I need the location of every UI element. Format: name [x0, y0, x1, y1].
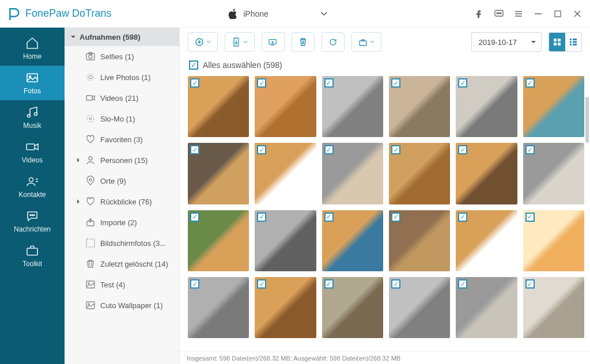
- category-row[interactable]: Bildschirmfotos (3...: [65, 233, 179, 253]
- photo-thumbnail[interactable]: ✓: [523, 76, 584, 137]
- category-label: Rückblicke (76): [100, 198, 152, 206]
- sidebar-item-nachrichten[interactable]: Nachrichten: [0, 204, 65, 238]
- photo-thumbnail[interactable]: ✓: [389, 76, 450, 137]
- delete-button[interactable]: [292, 32, 315, 52]
- photo-thumbnail[interactable]: ✓: [188, 143, 249, 204]
- thumbnail-checkbox[interactable]: ✓: [324, 145, 334, 154]
- sidebar-item-home[interactable]: Home: [0, 31, 65, 66]
- photo-thumbnail[interactable]: ✓: [255, 76, 316, 137]
- thumbnail-checkbox[interactable]: ✓: [324, 78, 334, 88]
- category-header[interactable]: Aufnahmen (598): [65, 28, 179, 46]
- device-name: iPhone: [243, 9, 268, 18]
- export-pc-button[interactable]: [262, 32, 285, 52]
- thumbnail-checkbox[interactable]: ✓: [458, 145, 467, 154]
- photo-thumbnail[interactable]: ✓: [523, 143, 584, 204]
- category-row[interactable]: Importe (2): [65, 212, 179, 233]
- date-filter[interactable]: 2019-10-17: [471, 32, 542, 52]
- sidebar-item-toolkit[interactable]: Toolkit: [0, 238, 65, 273]
- category-row[interactable]: Orte (9): [65, 170, 179, 191]
- category-row[interactable]: Selfies (1): [65, 46, 179, 67]
- thumbnail-checkbox[interactable]: ✓: [525, 78, 535, 88]
- facebook-icon[interactable]: [475, 9, 484, 18]
- category-row[interactable]: Test (4): [65, 274, 179, 295]
- thumbnail-checkbox[interactable]: ✓: [391, 78, 400, 88]
- grid-view-button[interactable]: [549, 33, 565, 51]
- thumbnail-checkbox[interactable]: ✓: [458, 213, 467, 222]
- photo-thumbnail[interactable]: ✓: [456, 210, 517, 271]
- thumbnail-checkbox[interactable]: ✓: [257, 279, 266, 289]
- thumbnail-checkbox[interactable]: ✓: [391, 213, 400, 222]
- category-row[interactable]: Personen (15): [65, 150, 179, 170]
- thumbnail-checkbox[interactable]: ✓: [525, 213, 535, 222]
- maximize-icon[interactable]: [553, 9, 562, 18]
- select-all-row[interactable]: ✓ Alles auswählen (598): [180, 56, 590, 74]
- scrollbar-thumb[interactable]: [585, 97, 589, 143]
- thumbnail-checkbox[interactable]: ✓: [190, 279, 199, 289]
- thumbnail-checkbox[interactable]: ✓: [257, 78, 266, 88]
- thumbnail-checkbox[interactable]: ✓: [525, 145, 535, 154]
- photo-thumbnail[interactable]: ✓: [322, 143, 383, 204]
- thumbnail-checkbox[interactable]: ✓: [257, 145, 266, 154]
- photo-thumbnail[interactable]: ✓: [389, 277, 450, 338]
- list-view-button[interactable]: [565, 33, 581, 51]
- photo-thumbnail[interactable]: ✓: [322, 277, 383, 338]
- sidebar-item-kontakte[interactable]: Kontakte: [0, 169, 65, 204]
- caret-down-icon: [531, 39, 536, 45]
- category-row[interactable]: Live Photos (1): [65, 67, 179, 88]
- svg-rect-53: [570, 44, 572, 46]
- close-icon[interactable]: [573, 9, 582, 18]
- thumbnail-checkbox[interactable]: ✓: [525, 279, 535, 289]
- photo-thumbnail[interactable]: ✓: [322, 76, 383, 137]
- photo-thumbnail[interactable]: ✓: [188, 277, 249, 338]
- thumbnail-checkbox[interactable]: ✓: [257, 213, 266, 222]
- feedback-icon[interactable]: [494, 9, 504, 18]
- add-button[interactable]: [188, 32, 218, 52]
- thumbnail-checkbox[interactable]: ✓: [391, 279, 400, 289]
- sidebar-item-fotos[interactable]: Fotos: [0, 66, 65, 100]
- thumbnail-checkbox[interactable]: ✓: [324, 213, 334, 222]
- category-row[interactable]: Zuletzt gelöscht (14): [65, 253, 179, 274]
- photo-thumbnail[interactable]: ✓: [255, 277, 316, 338]
- thumbnail-checkbox[interactable]: ✓: [458, 78, 467, 88]
- sidebar-item-videos[interactable]: Videos: [0, 135, 65, 169]
- photo-thumbnail[interactable]: ✓: [456, 143, 517, 204]
- svg-rect-16: [27, 144, 35, 150]
- photo-thumbnail[interactable]: ✓: [188, 210, 249, 271]
- sidebar-item-musik[interactable]: Musik: [0, 100, 65, 135]
- photo-thumbnail[interactable]: ✓: [188, 76, 249, 137]
- photo-thumbnail[interactable]: ✓: [255, 210, 316, 271]
- svg-rect-55: [573, 41, 577, 43]
- photo-thumbnail[interactable]: ✓: [456, 76, 517, 137]
- photo-thumbnail[interactable]: ✓: [255, 143, 316, 204]
- category-row[interactable]: Favoriten (3): [65, 129, 179, 150]
- thumbnail-checkbox[interactable]: ✓: [190, 145, 199, 154]
- category-row[interactable]: Slo-Mo (1): [65, 108, 179, 129]
- category-row[interactable]: Videos (21): [65, 88, 179, 108]
- device-selector[interactable]: iPhone: [228, 9, 362, 19]
- photo-thumbnail[interactable]: ✓: [523, 210, 584, 271]
- thumbnail-checkbox[interactable]: ✓: [190, 213, 199, 222]
- category-row[interactable]: Cuto Wallpaper (1): [65, 295, 179, 316]
- category-row[interactable]: Rückblicke (76): [65, 191, 179, 212]
- export-device-button[interactable]: [225, 32, 255, 52]
- thumbnail-checkbox[interactable]: ✓: [190, 78, 199, 88]
- toolbox-button[interactable]: [351, 32, 381, 52]
- photo-thumbnail[interactable]: ✓: [523, 277, 584, 338]
- refresh-button[interactable]: [322, 32, 345, 52]
- photo-thumbnail[interactable]: ✓: [389, 210, 450, 271]
- select-all-checkbox[interactable]: ✓: [189, 60, 198, 70]
- photo-thumbnail[interactable]: ✓: [456, 277, 517, 338]
- thumbnail-checkbox[interactable]: ✓: [458, 279, 467, 289]
- thumbnail-checkbox[interactable]: ✓: [324, 279, 334, 289]
- minimize-icon[interactable]: [534, 9, 543, 18]
- photo-thumbnail[interactable]: ✓: [322, 210, 383, 271]
- svg-point-14: [28, 115, 31, 117]
- photo-thumbnail[interactable]: ✓: [389, 143, 450, 204]
- svg-rect-51: [570, 39, 572, 40]
- svg-point-31: [89, 117, 92, 120]
- category-icon: [85, 51, 96, 62]
- menu-icon[interactable]: [514, 9, 523, 18]
- thumbnail-checkbox[interactable]: ✓: [391, 145, 400, 154]
- content-area: 2019-10-17 ✓ Alles auswählen (598) ✓✓✓✓✓…: [180, 28, 590, 364]
- photo-grid: ✓✓✓✓✓✓✓✓✓✓✓✓✓✓✓✓✓✓✓✓✓✓✓✓: [180, 74, 590, 351]
